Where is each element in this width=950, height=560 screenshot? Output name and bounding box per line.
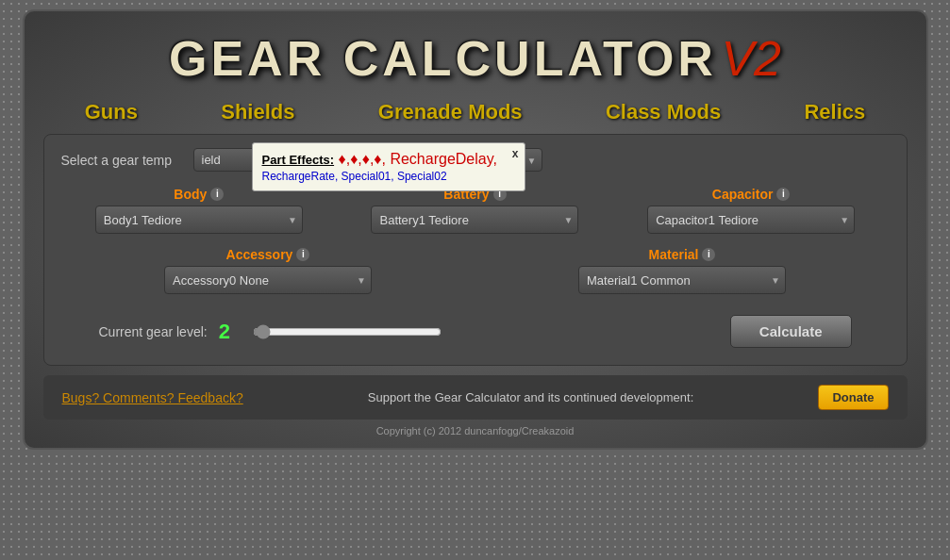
- body-select[interactable]: Body1 Tediore: [95, 206, 303, 234]
- capacitor-dropdown-wrapper: Capacitor1 Tediore: [647, 206, 855, 234]
- main-panel: x Part Effects: ♦,♦,♦,♦, RechargeDelay, …: [43, 134, 908, 366]
- app-version: V2: [721, 31, 781, 86]
- tooltip-blue-items: RechargeRate, Special01, Special02: [262, 170, 447, 183]
- battery-group: Battery i Battery1 Tediore: [371, 187, 578, 234]
- capacitor-group: Capacitor i Capacitor1 Tediore: [647, 187, 855, 234]
- tooltip-close-button[interactable]: x: [512, 147, 519, 160]
- feedback-link[interactable]: Bugs? Comments? Feedback?: [62, 390, 243, 405]
- accessory-info-icon[interactable]: i: [296, 248, 309, 261]
- select-gear-label: Select a gear temp: [61, 153, 184, 168]
- nav-shields[interactable]: Shields: [221, 100, 294, 124]
- material-group: Material i Material1 Common: [578, 247, 786, 294]
- copyright: Copyright (c) 2012 duncanfogg/Creakazoid: [43, 420, 908, 438]
- material-info-icon[interactable]: i: [702, 248, 715, 261]
- nav-relics[interactable]: Relics: [804, 100, 865, 124]
- accessory-dropdown-wrapper: Accessory0 None: [164, 266, 372, 294]
- level-row: Current gear level: 2 Calculate: [61, 307, 890, 352]
- nav-guns[interactable]: Guns: [85, 100, 138, 124]
- footer-panel: Bugs? Comments? Feedback? Support the Ge…: [43, 375, 908, 420]
- nav-grenade-mods[interactable]: Grenade Mods: [378, 100, 523, 124]
- level-slider[interactable]: [253, 324, 442, 339]
- calculate-button[interactable]: Calculate: [730, 315, 852, 348]
- tooltip-popup: x Part Effects: ♦,♦,♦,♦, RechargeDelay, …: [252, 142, 525, 191]
- battery-select[interactable]: Battery1 Tediore: [371, 206, 578, 234]
- accessory-group: Accessory i Accessory0 None: [164, 247, 372, 294]
- title-area: GEAR CALCULATOR V2: [43, 21, 908, 92]
- capacitor-label: Capacitor i: [712, 187, 791, 202]
- bottom-parts-row: Accessory i Accessory0 None Material i M…: [61, 247, 890, 294]
- top-parts-row: Body i Body1 Tediore Battery i Battery1 …: [61, 187, 890, 234]
- tooltip-red-items: ♦,♦,♦,♦, RechargeDelay,: [339, 151, 497, 167]
- body-label: Body i: [174, 187, 224, 202]
- level-label: Current gear level:: [99, 324, 208, 339]
- body-group: Body i Body1 Tediore: [95, 187, 303, 234]
- material-label: Material i: [649, 247, 716, 262]
- body-info-icon[interactable]: i: [210, 188, 224, 201]
- nav-class-mods[interactable]: Class Mods: [606, 100, 721, 124]
- accessory-select[interactable]: Accessory0 None: [164, 266, 372, 294]
- nav-bar: Guns Shields Grenade Mods Class Mods Rel…: [43, 92, 908, 134]
- material-dropdown-wrapper: Material1 Common: [578, 266, 786, 294]
- app-title: GEAR CALCULATOR: [169, 31, 717, 86]
- support-text: Support the Gear Calculator and its cont…: [368, 390, 693, 404]
- capacitor-select[interactable]: Capacitor1 Tediore: [647, 206, 855, 234]
- donate-button[interactable]: Donate: [818, 385, 888, 410]
- accessory-label: Accessory i: [226, 247, 310, 262]
- level-value: 2: [219, 320, 242, 344]
- body-dropdown-wrapper: Body1 Tediore: [95, 206, 303, 234]
- material-select[interactable]: Material1 Common: [578, 266, 786, 294]
- battery-dropdown-wrapper: Battery1 Tediore: [371, 206, 578, 234]
- tooltip-title: Part Effects:: [262, 153, 335, 167]
- capacitor-info-icon[interactable]: i: [776, 188, 790, 201]
